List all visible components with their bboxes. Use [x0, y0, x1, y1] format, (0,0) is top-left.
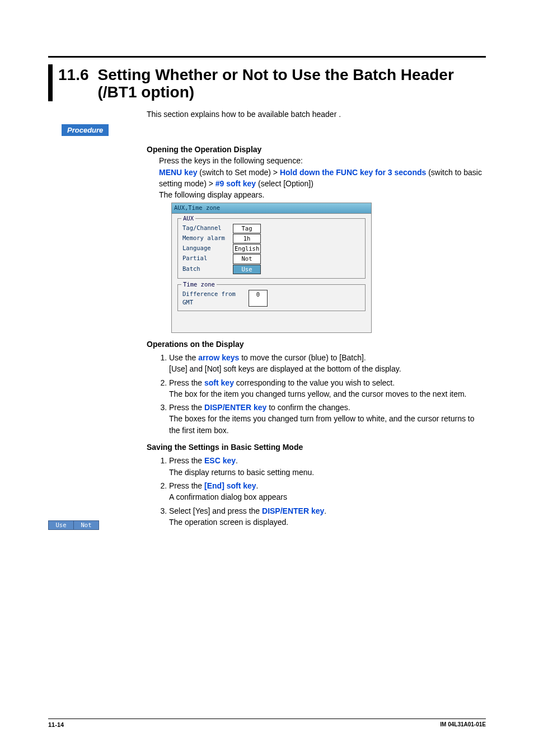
device-titlebar: AUX,Time zone — [172, 203, 371, 213]
row-value[interactable]: 1h — [233, 234, 261, 243]
func-key: Hold down the FUNC key for 3 seconds — [280, 168, 426, 177]
saving-post: . — [236, 456, 238, 465]
ops-follow: The box for the item you changed turns y… — [169, 388, 486, 400]
row-value[interactable]: Not — [233, 254, 261, 264]
ops-item: Press the soft key corresponding to the … — [169, 377, 486, 400]
row-label: Memory alarm — [182, 234, 233, 243]
saving-pre: Select [Yes] and press the — [169, 506, 262, 515]
saving-post: . — [324, 506, 326, 515]
disp-enter-key: DISP/ENTER key — [204, 403, 266, 412]
saving-pre: Press the — [169, 481, 204, 490]
ops-post: corresponding to the value you wish to s… — [234, 378, 395, 387]
section-number: 11.6 — [58, 64, 89, 84]
ops-item: Use the arrow keys to move the cursor (b… — [169, 352, 486, 375]
section-title: Setting Whether or Not to Use the Batch … — [98, 64, 467, 101]
ops-pre: Press the — [169, 378, 204, 387]
row-label: Partial — [182, 254, 233, 264]
saving-heading: Saving the Settings in Basic Setting Mod… — [147, 442, 486, 453]
opening-line1: Press the keys in the following sequence… — [159, 155, 486, 166]
row-value[interactable]: 0 — [249, 290, 268, 307]
saving-post: . — [256, 481, 259, 490]
soft-key9: #9 soft key — [216, 179, 256, 188]
disp-enter-key: DISP/ENTER key — [262, 506, 324, 515]
end-soft-key: [End] soft key — [204, 481, 256, 490]
softkey-not[interactable]: Not — [74, 520, 99, 530]
group-tz-label: Time zone — [181, 280, 217, 289]
row-value-selected[interactable]: Use — [233, 265, 261, 274]
opening-line3: The following display appears. — [159, 189, 486, 200]
ops-follow: The boxes for the items you changed turn… — [169, 413, 486, 436]
soft-key: soft key — [204, 378, 234, 387]
ops-pre: Use the — [169, 353, 198, 362]
saving-item: Press the [End] soft key. A confirmation… — [169, 480, 486, 503]
ops-heading: Operations on the Display — [147, 339, 486, 350]
row-value[interactable]: English — [233, 244, 261, 253]
device-group-timezone: Time zone Difference from GMT0 — [177, 284, 366, 311]
device-softkeys: Use Not — [48, 520, 99, 530]
procedure-label: Procedure — [62, 124, 109, 136]
softkey-use[interactable]: Use — [48, 520, 74, 530]
seq-txt1: (switch to Set mode) > — [197, 168, 279, 177]
saving-follow: The operation screen is displayed. — [169, 516, 486, 528]
row-label: Tag/Channel — [182, 224, 233, 233]
ops-pre: Press the — [169, 403, 204, 412]
ops-item: Press the DISP/ENTER key to confirm the … — [169, 402, 486, 436]
row-label: Language — [182, 244, 233, 253]
row-label: Difference from GMT — [182, 290, 249, 307]
menu-key: MENU key — [159, 168, 197, 177]
section-bar — [48, 64, 53, 101]
ops-list: Use the arrow keys to move the cursor (b… — [147, 352, 486, 436]
arrow-keys: arrow keys — [198, 353, 239, 362]
footer-doc-id: IM 04L31A01-01E — [440, 721, 486, 728]
seq-txt3: (select [Option]) — [256, 179, 313, 188]
saving-list: Press the ESC key. The display returns t… — [147, 455, 486, 528]
footer-page-number: 11-14 — [48, 721, 64, 728]
device-group-aux: AUX Tag/ChannelTag Memory alarm1h Langua… — [177, 218, 366, 279]
saving-item: Press the ESC key. The display returns t… — [169, 455, 486, 478]
page-footer: 11-14 IM 04L31A01-01E — [48, 719, 486, 728]
row-label: Batch — [182, 265, 233, 274]
intro-text: This section explains how to be availabl… — [147, 110, 486, 119]
ops-post: to confirm the changes. — [266, 403, 350, 412]
saving-pre: Press the — [169, 456, 204, 465]
esc-key: ESC key — [204, 456, 236, 465]
ops-post: to move the cursor (blue) to [Batch]. — [239, 353, 366, 362]
device-display: AUX,Time zone AUX Tag/ChannelTag Memory … — [171, 203, 372, 332]
row-value[interactable]: Tag — [233, 224, 261, 233]
ops-follow: [Use] and [Not] soft keys are displayed … — [169, 363, 486, 374]
top-rule — [48, 56, 486, 58]
saving-follow: A confirmation dialog box appears — [169, 491, 486, 503]
saving-follow: The display returns to basic setting men… — [169, 467, 486, 478]
opening-sequence: MENU key (switch to Set mode) > Hold dow… — [159, 167, 486, 190]
opening-heading: Opening the Operation Display — [147, 144, 486, 155]
saving-item: Select [Yes] and press the DISP/ENTER ke… — [169, 505, 486, 528]
group-aux-label: AUX — [181, 214, 195, 223]
section-heading: 11.6 Setting Whether or Not to Use the B… — [48, 64, 467, 101]
